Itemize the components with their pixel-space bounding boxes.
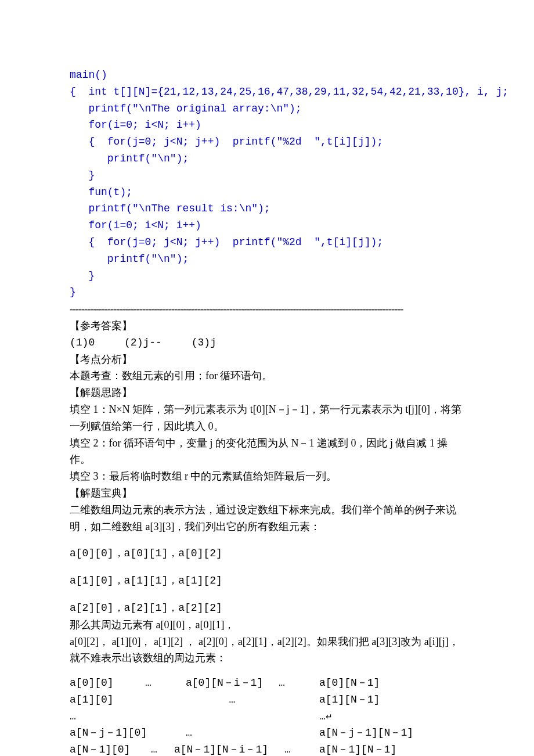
heading-approach: 【解题思路】 — [70, 384, 464, 401]
matrix-cell: … — [284, 741, 319, 756]
heading-analysis: 【考点分析】 — [70, 351, 464, 368]
answer-2: (2)j-- — [124, 337, 162, 348]
matrix-cell — [186, 708, 279, 725]
matrix-cell: a[N－j－1][0] — [70, 725, 186, 741]
matrix-cell: a[1][N－1] — [319, 692, 418, 708]
answer-values: (1)0 (2)j-- (3)j — [70, 334, 464, 351]
matrix-cell: … — [186, 692, 279, 708]
matrix-cell — [145, 692, 186, 708]
matrix-cell-text: … — [319, 711, 326, 722]
matrix-row-4: a[N－1][0] … a[N－1][N－i－1] … a[N－1][N－1] — [70, 741, 464, 756]
matrix-row-0: a[0][0] … a[0][N－i－1] … a[0][N－1] — [70, 675, 464, 692]
matrix-cell: a[N－1][N－1] — [319, 741, 396, 756]
heading-reference-answer: 【参考答案】 — [70, 318, 464, 334]
matrix-cell: a[0][0] — [70, 675, 145, 692]
matrix-cell: … — [279, 675, 319, 692]
document-page: main() { int t[][N]={21,12,13,24,25,16,4… — [0, 0, 534, 756]
matrix-row-3: a[N－j－1][0] … a[N－j－1][N－1] — [70, 725, 464, 741]
matrix-cell — [279, 708, 319, 725]
array-row-0: a[0][0]，a[0][1]，a[0][2] — [70, 545, 464, 562]
matrix-cell: a[1][0] — [70, 692, 145, 708]
analysis-text: 本题考查：数组元素的引用；for 循环语句。 — [70, 368, 464, 384]
heading-treasure: 【解题宝典】 — [70, 485, 464, 502]
section-divider: ----------------------------------------… — [70, 301, 464, 318]
matrix-cell: a[N－1][N－i－1] — [174, 741, 284, 756]
matrix-cell — [279, 692, 319, 708]
return-icon: ↵ — [326, 712, 333, 721]
matrix-cell: … — [70, 708, 145, 725]
array-row-1: a[1][0]，a[1][1]，a[1][2] — [70, 573, 464, 589]
matrix-layout: a[0][0] … a[0][N－i－1] … a[0][N－1] a[1][0… — [70, 675, 464, 756]
blank-1-explanation: 填空 1：N×N 矩阵，第一列元素表示为 t[0][N－j－1]，第一行元素表示… — [70, 401, 464, 435]
matrix-cell — [221, 725, 319, 741]
matrix-cell: …↵ — [319, 708, 418, 725]
answer-3: (3)j — [192, 337, 217, 348]
blank-3-explanation: 填空 3：最后将临时数组 r 中的元素赋值给矩阵最后一列。 — [70, 468, 464, 485]
answer-1: (1)0 — [70, 337, 95, 348]
array-row-2: a[2][0]，a[2][1]，a[2][2] — [70, 600, 464, 617]
paragraph-perimeter-b: a[0][2]， a[1][0]， a[1][2] ， a[2][0]，a[2]… — [70, 633, 464, 667]
matrix-cell: a[N－j－1][N－1] — [319, 725, 413, 741]
matrix-row-2: … …↵ — [70, 708, 464, 725]
matrix-cell: … — [186, 725, 221, 741]
blank-2-explanation: 填空 2：for 循环语句中，变量 j 的变化范围为从 N－1 递减到 0，因此… — [70, 435, 464, 469]
matrix-row-1: a[1][0] … a[1][N－1] — [70, 692, 464, 708]
matrix-cell: a[0][N－1] — [319, 675, 418, 692]
matrix-cell: … — [145, 675, 186, 692]
paragraph-perimeter-a: 那么其周边元素有 a[0][0]，a[0][1]， — [70, 617, 464, 633]
matrix-cell: a[0][N－i－1] — [186, 675, 279, 692]
matrix-cell: a[N－1][0] — [70, 741, 151, 756]
matrix-cell — [145, 708, 186, 725]
main-code-block: main() { int t[][N]={21,12,13,24,25,16,4… — [70, 67, 464, 301]
paragraph-intro: 二维数组周边元素的表示方法，通过设定数组下标来完成。我们举个简单的例子来说明，如… — [70, 502, 464, 535]
matrix-cell: … — [151, 741, 174, 756]
